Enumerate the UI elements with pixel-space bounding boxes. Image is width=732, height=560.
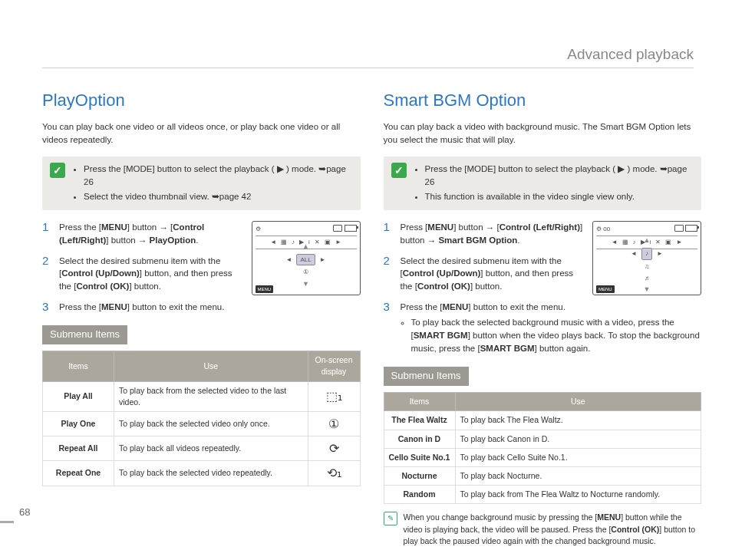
step-number: 2 — [384, 255, 393, 266]
table-row: Play AllTo play back from the selected v… — [43, 381, 361, 411]
header-rule — [42, 68, 694, 68]
table-header: On-screen display — [308, 351, 360, 381]
table-row: Repeat OneTo play back the selected vide… — [43, 461, 361, 486]
step-number: 1 — [384, 221, 393, 232]
table-header: Items — [384, 393, 455, 411]
table-row: Play OneTo play back the selected video … — [43, 412, 361, 436]
section-title-smartbgm: Smart BGM Option — [384, 88, 702, 113]
step-text: Select the desired submenu item with the… — [401, 255, 585, 293]
display-icon: ⟳ — [308, 436, 360, 461]
step-number: 3 — [42, 301, 51, 312]
display-icon: ⬚₁ — [308, 381, 360, 411]
screen-highlight: ALL — [296, 254, 315, 266]
table-header: Use — [114, 351, 308, 381]
footnote-text: When you change background music by pres… — [404, 512, 702, 547]
intro-text: You can play back a video with backgroun… — [384, 120, 702, 146]
table-row: Canon in DTo play back Canon in D. — [384, 430, 701, 448]
screen-secondary-icon: ① — [303, 268, 308, 277]
right-column: Smart BGM Option You can play back a vid… — [384, 88, 702, 547]
note-list: Press the [MODE] button to select the pl… — [73, 163, 353, 204]
screen-item-icon: ♬ — [645, 274, 649, 283]
page-accent — [0, 521, 14, 523]
note-item: Select the video thumbnail view. ➥page 4… — [84, 190, 353, 203]
screen-highlight: ♪ — [641, 248, 652, 260]
submenu-heading: Submenu Items — [42, 325, 127, 344]
display-icon: ① — [308, 412, 360, 436]
note-item: Press the [MODE] button to select the pl… — [425, 163, 694, 188]
table-header: Use — [455, 393, 701, 411]
lcd-screen-smartbgm: ⚙ 00 ◄▦♪▶i✕▣► ▲ ◄♪► ♫ ♬ ▼ MENU — [592, 221, 701, 295]
intro-text: You can play back one video or all video… — [42, 120, 361, 146]
step-number: 1 — [42, 221, 51, 232]
submenu-table-smartbgm: Items Use The Flea WaltzTo play back The… — [384, 392, 702, 504]
submenu-heading: Submenu Items — [384, 367, 469, 386]
step-text: Press [MENU] button → [Control (Left/Rig… — [401, 221, 585, 246]
screen-menu-button: MENU — [256, 285, 274, 294]
note-list: Press the [MODE] button to select the pl… — [414, 163, 694, 204]
table-row: NocturneTo play back Nocturne. — [384, 467, 701, 486]
footnote: ✎ When you change background music by pr… — [384, 512, 702, 547]
table-row: Repeat AllTo play back all videos repeat… — [43, 436, 361, 461]
table-row: Cello Suite No.1To play back Cello Suite… — [384, 448, 701, 466]
section-title-playoption: PlayOption — [42, 88, 361, 113]
table-row: RandomTo play back from The Flea Waltz t… — [384, 486, 701, 504]
note-box: ✓ Press the [MODE] button to select the … — [384, 156, 702, 210]
table-row: The Flea WaltzTo play back The Flea Walt… — [384, 411, 701, 430]
note-item: This function is available in the video … — [425, 190, 694, 203]
lcd-screen-playoption: ⚙ ◄▦♪▶i✕▣► ▲ ◄ALL► ① ▼ MENU — [252, 221, 361, 295]
step-number: 2 — [42, 255, 51, 266]
table-header: Items — [43, 351, 114, 381]
check-icon: ✓ — [50, 163, 65, 178]
page-number: 68 — [19, 506, 30, 518]
chapter-title: Advanced playback — [567, 46, 694, 63]
note-box: ✓ Press the [MODE] button to select the … — [42, 156, 361, 210]
display-icon: ⟲₁ — [308, 461, 360, 486]
step-text: Press the [MENU] button to exit the menu… — [59, 301, 361, 314]
screen-item-icon: ♫ — [645, 262, 649, 272]
step-text: Select the desired submenu item with the… — [59, 255, 244, 293]
submenu-table-playoption: Items Use On-screen display Play AllTo p… — [42, 351, 361, 486]
step-text: Press the [MENU] button to exit the menu… — [401, 301, 702, 355]
screen-menu-button: MENU — [596, 285, 615, 294]
check-icon: ✓ — [391, 163, 407, 178]
note-item: Press the [MODE] button to select the pl… — [84, 163, 353, 188]
step-text: Press the [MENU] button → [Control (Left… — [59, 221, 244, 246]
step-number: 3 — [384, 301, 393, 312]
note-icon: ✎ — [384, 512, 397, 525]
left-column: PlayOption You can play back one video o… — [42, 88, 361, 547]
